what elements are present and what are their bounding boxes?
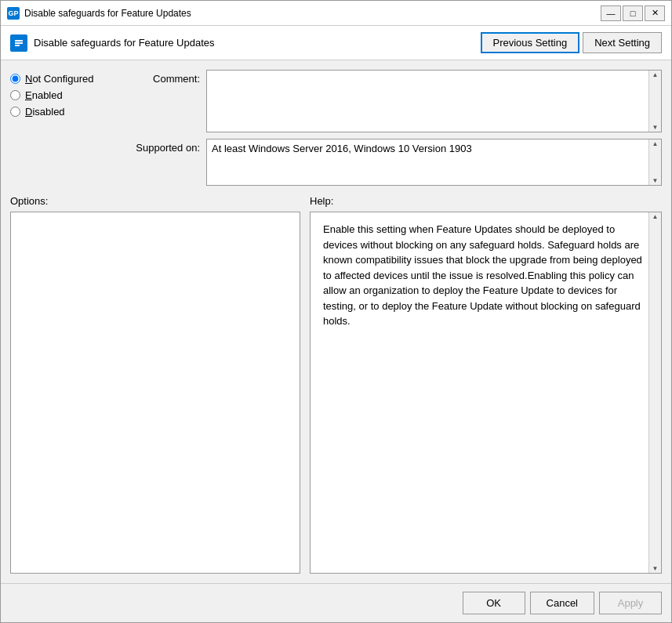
help-header: Help:: [310, 195, 662, 207]
disabled-radio[interactable]: [10, 107, 20, 117]
help-scrollbar: ▲ ▼: [648, 212, 661, 573]
main-panels: Options: Help: Enable this setting when …: [10, 195, 662, 574]
previous-setting-button[interactable]: Previous Setting: [481, 32, 580, 53]
supported-scroll-up[interactable]: ▲: [652, 140, 659, 147]
disabled-option[interactable]: Disabled: [10, 106, 120, 118]
comment-textarea[interactable]: [207, 71, 648, 132]
scroll-down-arrow[interactable]: ▼: [652, 124, 659, 131]
supported-box: At least Windows Server 2016, Windows 10…: [206, 139, 662, 186]
supported-field-box: At least Windows Server 2016, Windows 10…: [206, 139, 662, 186]
next-setting-button[interactable]: Next Setting: [583, 32, 662, 53]
help-scroll-down[interactable]: ▼: [652, 565, 659, 572]
svg-rect-2: [15, 42, 23, 44]
options-header: Options:: [10, 195, 300, 207]
comment-field-box: ▲ ▼: [206, 70, 662, 132]
disabled-label: Disabled: [25, 106, 65, 118]
main-window: GP Disable safeguards for Feature Update…: [0, 0, 672, 623]
not-configured-label: Not Configured: [25, 73, 93, 85]
title-bar-controls: — □ ✕: [601, 5, 665, 21]
not-configured-option[interactable]: Not Configured: [10, 73, 120, 85]
radio-group: Not Configured Enabled Disabled: [10, 70, 120, 186]
content-area: Not Configured Enabled Disabled Comment:: [1, 60, 671, 583]
help-scroll-up[interactable]: ▲: [652, 213, 659, 220]
header-title: Disable safeguards for Feature Updates: [34, 37, 215, 49]
footer: OK Cancel Apply: [1, 583, 671, 622]
help-text: Enable this setting when Feature Updates…: [311, 212, 661, 339]
header-buttons: Previous Setting Next Setting: [481, 32, 663, 53]
supported-row: Supported on: At least Windows Server 20…: [129, 139, 662, 186]
top-section: Not Configured Enabled Disabled Comment:: [10, 70, 662, 186]
header-bar: Disable safeguards for Feature Updates P…: [1, 26, 671, 60]
enabled-option[interactable]: Enabled: [10, 89, 120, 101]
comment-label: Comment:: [129, 70, 200, 85]
options-section: Options:: [10, 195, 300, 574]
window-title: Disable safeguards for Feature Updates: [24, 8, 601, 19]
minimize-button[interactable]: —: [601, 5, 621, 21]
cancel-button[interactable]: Cancel: [530, 592, 594, 614]
right-fields: Comment: ▲ ▼ Supported on:: [129, 70, 662, 186]
supported-label: Supported on:: [129, 139, 200, 154]
comment-row: Comment: ▲ ▼: [129, 70, 662, 132]
comment-scrollbar: ▲ ▼: [648, 71, 661, 132]
title-bar: GP Disable safeguards for Feature Update…: [1, 1, 671, 26]
close-button[interactable]: ✕: [645, 5, 665, 21]
apply-button[interactable]: Apply: [599, 592, 662, 614]
supported-scroll-down[interactable]: ▼: [652, 177, 659, 184]
help-panel: Enable this setting when Feature Updates…: [310, 212, 662, 574]
ok-button[interactable]: OK: [463, 592, 525, 614]
header-left: Disable safeguards for Feature Updates: [10, 34, 215, 52]
header-icon: [10, 34, 27, 52]
not-configured-radio[interactable]: [10, 74, 20, 84]
options-panel: [10, 212, 300, 574]
enabled-radio[interactable]: [10, 90, 20, 100]
svg-rect-1: [15, 40, 23, 42]
svg-rect-3: [15, 45, 20, 46]
app-icon: GP: [7, 7, 20, 20]
maximize-button[interactable]: □: [623, 5, 643, 21]
help-section: Help: Enable this setting when Feature U…: [310, 195, 662, 574]
supported-text: At least Windows Server 2016, Windows 10…: [207, 139, 661, 158]
scroll-up-arrow[interactable]: ▲: [652, 71, 659, 78]
supported-scrollbar: ▲ ▼: [648, 139, 661, 185]
enabled-label: Enabled: [25, 89, 63, 101]
